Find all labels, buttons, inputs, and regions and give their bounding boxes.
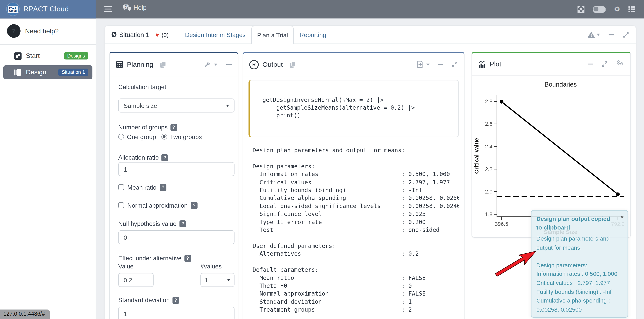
output-result-text: Design plan parameters and output for me… <box>252 147 459 314</box>
normal-approximation-checkbox[interactable] <box>118 202 124 208</box>
value-label: Value <box>118 262 154 270</box>
toast-notification: × Design plan output copied to clipboard… <box>531 210 628 318</box>
tab-plan-a-trial[interactable]: Plan a Trial <box>251 26 294 44</box>
copy-icon[interactable] <box>160 61 166 68</box>
radio-two-groups[interactable] <box>162 134 167 140</box>
normal-approximation-label[interactable]: Normal approximation <box>127 202 188 209</box>
num-values-select[interactable]: 1 <box>200 273 234 287</box>
warning-triangle-icon <box>588 31 595 38</box>
sidebar: Need help? Start Designs Design Situatio… <box>0 18 96 319</box>
sidebar-item-design[interactable]: Design Situation 1 <box>3 65 92 79</box>
tab-reporting[interactable]: Reporting <box>294 26 332 43</box>
svg-text:2.6: 2.6 <box>485 121 492 127</box>
svg-text:2.0: 2.0 <box>485 189 492 195</box>
null-hypothesis-input[interactable] <box>118 230 234 244</box>
browser-status-url: 127.0.0.1:4486/# <box>0 310 50 319</box>
collapse-plot-button[interactable] <box>588 63 593 64</box>
effect-value-input[interactable] <box>118 273 154 287</box>
question-mark-icon <box>7 24 20 38</box>
favorite-heart-icon[interactable]: ♥ <box>156 31 159 38</box>
help-badge-icon[interactable] <box>162 154 168 161</box>
svg-text:2.2: 2.2 <box>485 166 492 172</box>
plot-title: Plot <box>490 60 501 68</box>
effect-under-alternative-label: Effect under alternative <box>118 254 234 262</box>
help-badge-icon[interactable] <box>170 124 177 131</box>
logo-line1: PACT <box>9 6 17 9</box>
tab-design-interim-stages[interactable]: Design Interim Stages <box>179 26 251 43</box>
planning-panel: Planning Calculation target Sample s <box>109 52 238 319</box>
logo-line2: Cloud <box>9 9 17 12</box>
rpact-logo-icon: PACT Cloud <box>6 3 20 16</box>
situation-header: Ø Situation 1 ♥ (0) <box>111 26 168 43</box>
allocation-ratio-input[interactable] <box>118 162 234 176</box>
help-badge-icon[interactable] <box>172 297 179 304</box>
radio-one-group[interactable] <box>118 134 124 140</box>
settings-gear-icon[interactable]: ⚙ <box>614 6 620 13</box>
theme-toggle[interactable] <box>593 5 606 13</box>
planning-form: Calculation target Sample size Number of… <box>110 76 238 319</box>
need-help-label: Need help? <box>25 27 58 35</box>
close-icon[interactable]: × <box>620 214 624 220</box>
export-file-icon <box>417 61 423 68</box>
export-dropdown-button[interactable] <box>417 61 430 68</box>
svg-text:1.8: 1.8 <box>485 211 492 217</box>
toast-body: Design plan parameters and output for me… <box>536 234 623 314</box>
mean-ratio-checkbox[interactable] <box>118 184 124 190</box>
help-badge-icon[interactable] <box>191 202 198 209</box>
toggle-knob <box>594 6 598 11</box>
svg-text:2.8: 2.8 <box>485 98 492 104</box>
warnings-dropdown-button[interactable] <box>588 31 600 38</box>
rpact-cloud-app: PACT Cloud RPACT Cloud ? Help <box>0 0 644 319</box>
help-badge-icon[interactable] <box>160 184 166 191</box>
help-badge-icon[interactable] <box>184 255 191 262</box>
help-label: Help <box>134 4 147 11</box>
radio-two-groups-label[interactable]: Two groups <box>170 133 202 140</box>
start-icon <box>14 52 22 60</box>
planning-header: Planning <box>110 53 238 76</box>
chevron-down-icon <box>226 104 229 106</box>
brand-header: PACT Cloud RPACT Cloud <box>0 0 96 18</box>
collapse-planning-button[interactable] <box>226 64 232 65</box>
help-badge-icon[interactable] <box>180 220 186 227</box>
tab-bar: Ø Situation 1 ♥ (0) Design Interim Stage… <box>105 26 636 44</box>
calculation-target-value: Sample size <box>124 102 157 109</box>
mean-ratio-label[interactable]: Mean ratio <box>127 184 156 191</box>
output-header: Output <box>243 53 464 76</box>
effect-labels-row: Value #values <box>118 262 234 270</box>
need-help-item[interactable]: Need help? <box>0 18 96 43</box>
design-icon <box>14 68 22 76</box>
allocation-ratio-label: Allocation ratio <box>118 154 234 162</box>
chart-icon <box>478 61 486 68</box>
expand-plot-button[interactable] <box>601 61 608 67</box>
chat-question-icon: ? <box>123 4 132 11</box>
output-panel: Output <box>243 52 464 319</box>
planning-tools-dropdown[interactable] <box>204 61 217 68</box>
collapse-output-button[interactable] <box>438 64 443 65</box>
calculation-target-label: Calculation target <box>118 83 234 91</box>
sidebar-toggle-button[interactable] <box>104 6 112 12</box>
standard-deviation-label: Standard deviation <box>118 296 234 304</box>
null-hypothesis-label: Null hypothesis value <box>118 220 234 228</box>
expand-card-button[interactable] <box>623 31 629 38</box>
standard-deviation-input[interactable] <box>118 307 234 319</box>
tabs: Design Interim Stages Plan a Trial Repor… <box>179 26 332 43</box>
svg-text:Boundaries: Boundaries <box>544 81 577 88</box>
collapse-card-button[interactable] <box>609 34 614 35</box>
wrench-icon <box>204 61 211 68</box>
favorite-count: (0) <box>162 31 168 38</box>
designs-badge: Designs <box>64 52 88 60</box>
help-button[interactable]: ? Help <box>123 4 147 11</box>
radio-one-group-label[interactable]: One group <box>127 133 156 140</box>
empty-set-icon[interactable]: Ø <box>111 31 117 39</box>
output-title: Output <box>262 61 283 68</box>
fullscreen-arrows-icon[interactable] <box>577 6 584 13</box>
effect-inputs-row: 1 <box>118 273 234 287</box>
calculation-target-select[interactable]: Sample size <box>118 99 234 112</box>
r-logo-icon <box>249 60 259 69</box>
expand-output-button[interactable] <box>451 61 458 68</box>
sidebar-item-start[interactable]: Start Designs <box>3 49 92 63</box>
grid-apps-icon[interactable] <box>628 6 635 12</box>
chevron-down-icon <box>227 279 230 281</box>
plot-settings-gears-icon[interactable]: ⚙⚙ <box>616 60 624 68</box>
copy-icon[interactable] <box>289 61 296 68</box>
